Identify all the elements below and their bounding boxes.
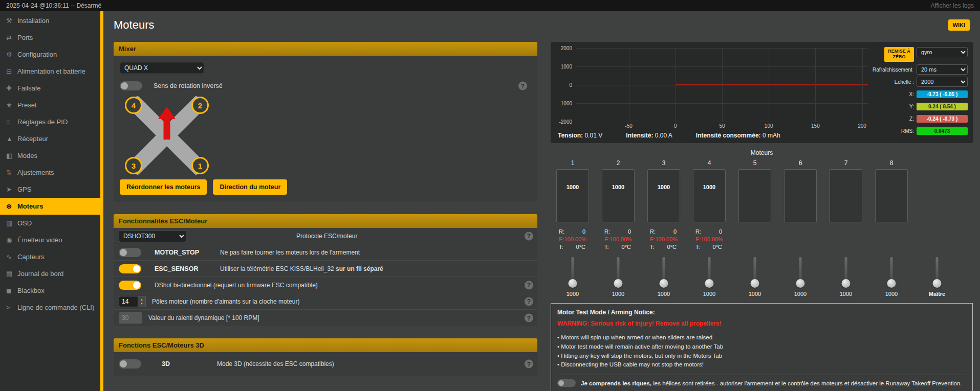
slider-knob[interactable] [933, 279, 942, 288]
motor-direction-button[interactable]: Direction du moteur [213, 179, 287, 195]
sidebar-item-emetteur-video[interactable]: ◉Émetteur vidéo [0, 232, 100, 248]
show-logs-link[interactable]: Afficher les logs [931, 2, 974, 9]
slider-knob[interactable] [614, 279, 623, 288]
alimentation-et-batterie-icon: ⊟ [6, 67, 17, 75]
esc-3d-title: Fonctions ESC/Moteurs 3D [114, 338, 537, 352]
reset-zero-button[interactable]: REMISE À ZÉRO [884, 47, 914, 62]
sidebar-item-gps[interactable]: ➤GPS [0, 181, 100, 198]
sidebar-item-ligne-de-commande-cli[interactable]: >Ligne de commande (CLI) [0, 299, 100, 316]
battery-stat: Intensité consommée: 0 mAh [696, 132, 780, 139]
help-icon[interactable]: ? [525, 314, 533, 323]
sidebar-item-capteurs[interactable]: ∿Capteurs [0, 248, 100, 265]
dynamic-idle-label: Valeur du ralenti dynamique [* 100 RPM] [148, 314, 259, 321]
motor-6-slider[interactable] [795, 257, 805, 288]
motor-1-slider[interactable] [568, 257, 578, 288]
esc-protocol-select[interactable]: DSHOT300 [119, 230, 186, 242]
dynamic-idle-input[interactable] [119, 312, 142, 324]
x-tick-label: -50 [625, 123, 632, 129]
ajustements-icon: ⇅ [6, 169, 17, 176]
wiki-button[interactable]: WIKI [948, 19, 970, 31]
slider-knob[interactable] [887, 279, 896, 288]
motor-8-slider[interactable] [886, 257, 897, 288]
slider-knob[interactable] [751, 279, 759, 288]
emetteur-video-icon: ◉ [6, 236, 17, 244]
help-icon[interactable]: ? [525, 297, 533, 306]
gps-icon: ➤ [6, 186, 17, 193]
moteurs-icon: ⊛ [6, 202, 17, 210]
slider-knob[interactable] [842, 279, 851, 288]
refresh-select[interactable]: 20 ms [917, 64, 968, 75]
sidebar-item-alimentation-et-batterie[interactable]: ⊟Alimentation et batterie [0, 63, 100, 80]
telemetry-value: 100.00% [655, 236, 677, 242]
motor-2-slider[interactable] [613, 257, 623, 288]
esc-sensor-name: ESC_SENSOR [155, 265, 220, 272]
slider-value: 1000 [567, 291, 579, 297]
motor-bar [738, 169, 771, 222]
motor-5-slider[interactable] [750, 257, 760, 288]
motor-3-slider[interactable] [659, 257, 669, 288]
sidebar-item-modes[interactable]: ◧Modes [0, 147, 100, 164]
slider-knob[interactable] [660, 279, 668, 288]
esc-sensor-toggle[interactable] [119, 264, 141, 273]
gyro-y-row: Y: 0.24 ( 8.54 ) [873, 101, 968, 111]
sidebar-item-ajustements[interactable]: ⇅Ajustements [0, 164, 100, 181]
telemetry-value: 0°C [713, 244, 722, 250]
help-icon[interactable]: ? [525, 281, 533, 289]
motor-telemetry-cell [782, 228, 818, 255]
app-frame: ⚒Installation⇄Ports⚙Configuration⊟Alimen… [0, 11, 980, 391]
motor-3-marker: 3 [125, 157, 142, 174]
help-icon[interactable]: ? [518, 82, 527, 90]
help-icon[interactable]: ? [525, 232, 533, 240]
sidebar-item-journal-de-bord[interactable]: ▤Journal de bord [0, 265, 100, 282]
understand-risks-toggle[interactable] [557, 379, 576, 387]
sidebar-item-installation[interactable]: ⚒Installation [0, 12, 100, 29]
sidebar-item-failsafe[interactable]: ✚Failsafe [0, 80, 100, 97]
sidebar-item-moteurs[interactable]: ⊛Moteurs [0, 198, 100, 215]
stat-label: Intensité: [626, 132, 653, 139]
slider-knob[interactable] [796, 279, 805, 288]
page-title: Moteurs [114, 18, 154, 32]
motor-4-slider[interactable] [704, 257, 714, 288]
slider-value: 1000 [749, 291, 761, 297]
reorder-motors-button[interactable]: Réordonner les moteurs [120, 179, 207, 195]
telemetry-line: E:100.00% [695, 236, 722, 242]
bidir-dshot-toggle[interactable] [119, 281, 141, 290]
sidebar-item-label: Capteurs [17, 253, 45, 261]
3d-mode-toggle[interactable] [119, 359, 141, 369]
scale-select[interactable]: 2000 [917, 77, 968, 87]
slider-knob[interactable] [705, 279, 714, 288]
ports-icon: ⇄ [6, 34, 17, 41]
sidebar-item-ports[interactable]: ⇄Ports [0, 29, 100, 46]
scale-row: Echelle : 2000 [873, 77, 968, 87]
slider-value: 1000 [840, 291, 852, 297]
motor-stop-toggle[interactable] [119, 248, 141, 257]
motor-poles-input[interactable] [119, 296, 138, 307]
sidebar-item-label: Récepteur [17, 135, 48, 143]
sidebar-item-preset[interactable]: ★Preset [0, 97, 100, 113]
telemetry-line: R:0 [559, 228, 585, 235]
reverse-motor-toggle[interactable] [120, 81, 142, 90]
graph-source-select[interactable]: gyro [917, 47, 968, 57]
sidebar-item-osd[interactable]: ▦OSD [0, 215, 100, 232]
sidebar-item-recepteur[interactable]: ▲Récepteur [0, 130, 100, 147]
slider-knob[interactable] [569, 279, 577, 288]
toggle-knob [120, 360, 127, 367]
mixer-type-select[interactable]: QUAD X [120, 62, 204, 74]
motor-bar: 1000 [602, 169, 635, 222]
motor-telemetry-cell: R:0E:100.00%T:0°C [691, 228, 727, 255]
master-slider-label: Maître [929, 291, 945, 297]
motor-number: 3 [662, 159, 666, 167]
stepper-arrows-icon[interactable]: ▴▾ [138, 296, 146, 307]
master-slider[interactable] [932, 257, 942, 288]
telemetry-label: R: [604, 228, 610, 235]
sidebar-item-reglages-de-pid[interactable]: ≡Réglages de PID [0, 113, 100, 130]
help-icon[interactable]: ? [525, 360, 533, 369]
sidebar-item-blackbox[interactable]: ◼Blackbox [0, 282, 100, 299]
gyro-x-label: X: [873, 91, 914, 97]
telemetry-line: T:0°C [604, 244, 631, 250]
slider-column: 1000 [782, 257, 818, 297]
x-tick-label: 50 [719, 123, 725, 129]
motor-7-slider[interactable] [841, 257, 851, 288]
motor-1-marker: 1 [191, 157, 209, 174]
sidebar-item-configuration[interactable]: ⚙Configuration [0, 46, 100, 63]
